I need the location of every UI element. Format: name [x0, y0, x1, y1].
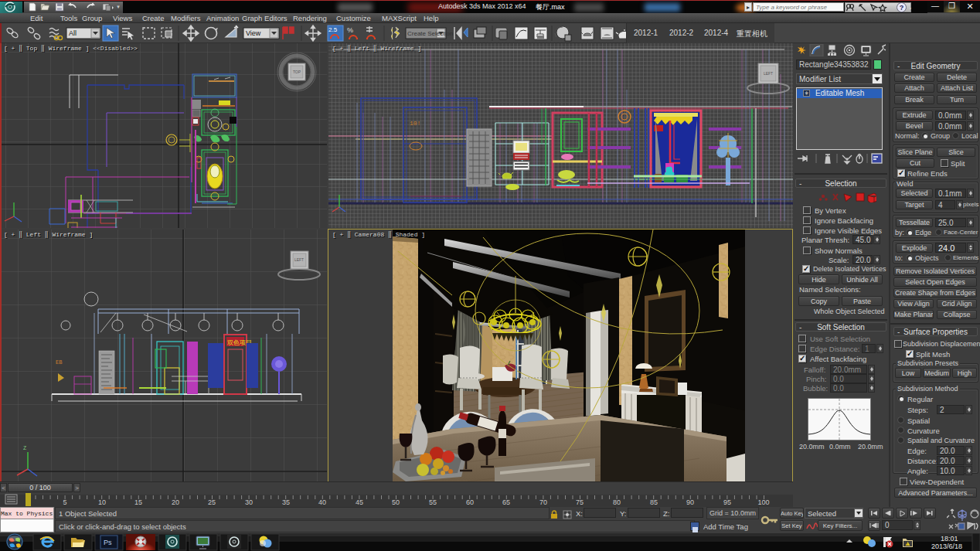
svg-text:20: 20	[172, 498, 179, 506]
svg-text:50: 50	[392, 498, 400, 506]
svg-text:All: All	[69, 29, 77, 37]
svg-text:40: 40	[318, 498, 326, 506]
svg-text:25: 25	[208, 498, 216, 506]
svg-text:35: 35	[282, 498, 290, 506]
svg-text:85: 85	[650, 498, 658, 506]
svg-text:80: 80	[613, 498, 621, 506]
svg-text:TOP: TOP	[293, 70, 301, 74]
svg-text:%: %	[347, 26, 353, 34]
svg-text:2.5: 2.5	[328, 26, 338, 33]
svg-text:75: 75	[576, 498, 584, 506]
svg-text:LEFT: LEFT	[294, 257, 304, 262]
svg-text:90: 90	[686, 498, 694, 506]
svg-text:100: 100	[757, 498, 769, 506]
svg-text:95: 95	[723, 498, 731, 506]
svg-text:5: 5	[63, 498, 66, 506]
svg-text:10: 10	[98, 498, 106, 506]
svg-text:70: 70	[539, 498, 547, 506]
svg-text:Z: Z	[23, 445, 26, 451]
svg-text:65: 65	[502, 498, 510, 506]
svg-text:EB: EB	[56, 359, 62, 366]
svg-text:!: !	[907, 542, 907, 546]
svg-text:30: 30	[245, 498, 253, 506]
svg-text:2013/6/18: 2013/6/18	[931, 542, 962, 550]
svg-text:55: 55	[429, 498, 437, 506]
svg-text:45: 45	[356, 498, 363, 506]
svg-text:View: View	[246, 29, 261, 37]
svg-text:18:01: 18:01	[941, 535, 958, 542]
svg-text:60: 60	[466, 498, 474, 506]
svg-text:LEFT: LEFT	[764, 71, 773, 76]
svg-text:15: 15	[134, 498, 142, 506]
svg-text:Ps: Ps	[104, 539, 112, 546]
svg-text:10!: 10!	[410, 120, 420, 127]
svg-text:Create Selection S: Create Selection S	[407, 30, 459, 37]
